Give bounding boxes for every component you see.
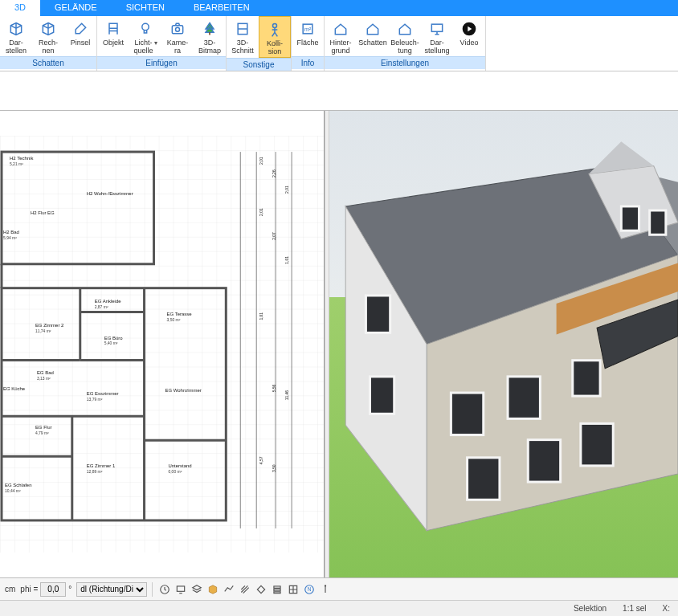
dimension-label: 11,46 <box>284 390 289 401</box>
room-area: 13,79 m² <box>87 397 103 402</box>
room-label: EG Bad <box>37 370 54 375</box>
room-label: H2 Bad <box>3 230 19 235</box>
svg-rect-37 <box>508 377 540 418</box>
phi-label: phi = <box>20 585 38 594</box>
bitmap3d-label: 3D- Bitmap <box>198 39 221 55</box>
monitor-icon[interactable] <box>174 582 188 597</box>
info-icon[interactable] <box>318 582 333 597</box>
svg-rect-44 <box>366 296 390 332</box>
kamera-label: Kame- ra <box>167 39 189 55</box>
objekt-label: Objekt <box>103 39 124 55</box>
flaeche-button[interactable]: m²Fläche <box>292 16 324 56</box>
pane-2d-plan[interactable]: H2 Technik5,21 m²H2 Wohn-/EsszimmerH2 Fl… <box>0 111 325 577</box>
camera-icon <box>168 19 187 39</box>
phi-input[interactable] <box>40 582 66 597</box>
svg-text:N: N <box>308 586 312 592</box>
cube-color-icon[interactable] <box>206 582 220 597</box>
dimension-label: 2,01 <box>259 157 263 165</box>
play-icon <box>459 19 479 39</box>
pinsel-button[interactable]: Pinsel <box>64 16 96 56</box>
darstellen-label: Dar- stellen <box>6 39 27 55</box>
svg-rect-38 <box>468 458 500 500</box>
status-selection: Selektion <box>574 604 607 613</box>
room-label: EG Zimmer 1 <box>87 463 116 468</box>
ribbon: Dar- stellenRech- nenPinselSchattenObjek… <box>0 16 678 71</box>
svg-rect-49 <box>274 589 280 590</box>
screen-icon <box>427 19 447 39</box>
grid-icon[interactable] <box>286 582 300 597</box>
hintergrund-button[interactable]: Hinter- grund <box>325 16 357 56</box>
N-icon[interactable]: N <box>302 582 317 597</box>
mode-select[interactable]: dl (Richtung/Di <box>76 582 147 597</box>
phi-deg: ° <box>68 585 71 594</box>
cut-icon <box>233 19 252 39</box>
tab-bearbeiten[interactable]: BEARBEITEN <box>179 0 264 16</box>
dimension-label: 2,26 <box>272 169 276 177</box>
lichtquelle-button[interactable]: Licht- quelle <box>129 16 161 56</box>
tab-sichten[interactable]: SICHTEN <box>112 0 179 16</box>
ribbon-group-label: Schatten <box>0 56 96 69</box>
dimension-label: 2,01 <box>284 186 289 194</box>
brush-icon <box>71 19 90 39</box>
dimension-label: 1,01 <box>259 312 263 320</box>
beleuchtung-button[interactable]: Beleuch- tung <box>389 16 421 56</box>
room-area: 3,13 m² <box>37 376 51 381</box>
room-label: EG Wohnzimmer <box>165 388 201 393</box>
stripes-icon[interactable] <box>238 582 252 597</box>
schnitt3d-button[interactable]: 3D- Schnitt <box>227 16 259 58</box>
layers-icon[interactable] <box>190 582 204 597</box>
video-button[interactable]: Video <box>453 16 485 56</box>
tab-bar: 3D GELÄNDE SICHTEN BEARBEITEN <box>0 0 678 16</box>
house-icon <box>331 19 350 39</box>
room-label: EG Küche <box>3 386 26 391</box>
ribbon-group-label: Einfügen <box>97 56 226 69</box>
room-label: EG Zimmer 2 <box>35 323 64 328</box>
tab-gelaende[interactable]: GELÄNDE <box>40 0 112 16</box>
svg-rect-11 <box>0 136 324 553</box>
surface-icon[interactable] <box>222 582 236 597</box>
ribbon-group-label: Einstellungen <box>325 56 485 69</box>
darstellen-button[interactable]: Dar- stellen <box>0 16 32 56</box>
svg-rect-50 <box>274 591 280 593</box>
dimension-label: 4,57 <box>259 456 263 464</box>
rechnen-button[interactable]: Rech- nen <box>32 16 64 56</box>
svg-rect-3 <box>209 32 210 35</box>
svg-rect-48 <box>274 585 280 587</box>
svg-rect-9 <box>431 24 442 31</box>
room-area: 10,44 m² <box>5 488 21 493</box>
house-icon <box>395 19 415 39</box>
room-area: 5,21 m² <box>10 161 23 166</box>
room-area: 5,40 m² <box>104 341 118 345</box>
darstellung-button[interactable]: Dar- stellung <box>421 16 453 56</box>
unit-label: cm <box>5 585 15 594</box>
ribbon-group-label: Info <box>292 56 324 69</box>
room-label: EG Ankleide <box>95 299 122 304</box>
room-label: EG Büro <box>104 336 124 341</box>
svg-point-2 <box>176 27 180 31</box>
lichtquelle-label: Licht- quelle <box>133 39 157 55</box>
svg-rect-40 <box>581 423 613 465</box>
rechnen-label: Rech- nen <box>39 39 58 55</box>
dimension-label: 2,01 <box>259 208 263 216</box>
tab-3d[interactable]: 3D <box>0 0 40 16</box>
svg-point-54 <box>325 585 326 585</box>
kamera-button[interactable]: Kame- ra <box>161 16 194 56</box>
pane-3d-view[interactable] <box>329 111 678 577</box>
status-x: X: <box>663 604 670 613</box>
room-label: H2 Flur EG <box>31 210 55 215</box>
diamond-icon[interactable] <box>254 582 268 597</box>
stack-icon[interactable] <box>270 582 284 597</box>
room-label: EG Esszimmer <box>87 391 119 396</box>
clock-icon[interactable] <box>157 582 172 597</box>
objekt-button[interactable]: Objekt <box>97 16 129 56</box>
room-label: EG Flur <box>35 425 52 430</box>
bitmap3d-button[interactable]: 3D- Bitmap <box>194 16 226 56</box>
schatten2-button[interactable]: Schatten <box>357 16 389 56</box>
cube-icon <box>39 19 58 39</box>
room-label: EG Schlafen <box>5 483 32 487</box>
kollision-button[interactable]: Kolli- sion <box>259 16 291 58</box>
svg-rect-42 <box>621 206 639 230</box>
room-label: H2 Wohn-/Esszimmer <box>87 191 133 196</box>
kollision-label: Kolli- sion <box>267 39 283 55</box>
room-area: 0,00 m² <box>168 469 182 474</box>
